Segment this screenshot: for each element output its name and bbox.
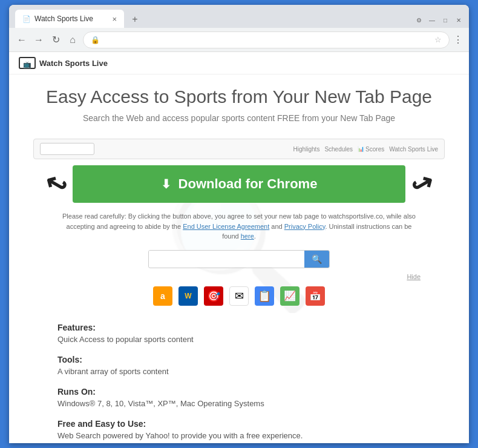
window-controls: ⚙ — □ ✕ [414, 16, 463, 28]
bookmark-blue[interactable]: 📋 [255, 286, 274, 306]
search-submit-button[interactable]: 🔍 [304, 251, 329, 268]
preview-search-input[interactable] [40, 143, 94, 155]
bookmark-target[interactable]: 🎯 [204, 286, 223, 306]
disclaimer-text: Please read carefully: By clicking the b… [9, 206, 469, 246]
hide-label: Hide [9, 272, 469, 282]
home-button[interactable]: ⌂ [66, 33, 79, 47]
disclaimer-period: . [254, 232, 256, 240]
maximize-button[interactable]: □ [441, 16, 450, 24]
feature-item-0: Features: Quick Access to popular sports… [57, 323, 421, 344]
feature-item-1: Tools: A vibrant array of sports content [57, 355, 421, 376]
feature-title-2: Runs On: [57, 387, 421, 397]
title-bar: 📄 Watch Sports Live × + ⚙ — □ ✕ [9, 5, 469, 28]
bookmark-calendar[interactable]: 📅 [306, 286, 325, 306]
new-tab-button[interactable]: + [126, 11, 143, 28]
hero-subtitle: Search the Web and access popular sports… [33, 113, 445, 123]
browser-tab[interactable]: 📄 Watch Sports Live × [15, 10, 124, 28]
site-header: 📺 Watch Sports Live [9, 52, 469, 74]
star-icon[interactable]: ☆ [434, 35, 442, 44]
right-arrow-icon: ↩ [405, 166, 439, 202]
feature-desc-1: A vibrant array of sports content [57, 367, 421, 376]
reload-button[interactable]: ↻ [49, 33, 62, 47]
tab-page-icon: 📄 [22, 15, 31, 23]
preview-nav-highlights: Highlights [293, 146, 319, 153]
preview-nav: Highlights Schedules 📊 Scores Watch Spor… [293, 146, 438, 153]
address-bar[interactable]: 🔒 ☆ [83, 31, 450, 48]
download-button[interactable]: ⬇ Download for Chrome [73, 165, 405, 203]
privacy-policy-link[interactable]: Privacy Policy [284, 223, 326, 230]
here-link[interactable]: here [241, 232, 254, 240]
search-box: 🔍 [148, 250, 330, 268]
disclaimer-and: and [269, 223, 284, 230]
hero-section: Easy Access to Sports from Your New Tab … [9, 74, 469, 139]
toolbar-icons: ⋮ [453, 34, 463, 45]
feature-desc-0: Quick Access to popular sports content [57, 335, 421, 344]
tab-title: Watch Sports Live [34, 15, 93, 23]
preview-nav-scores: 📊 Scores [358, 146, 384, 153]
toolbar: ← → ↻ ⌂ 🔒 ☆ ⋮ [9, 28, 469, 52]
bookmark-finance[interactable]: 📈 [280, 286, 300, 306]
feature-desc-3: Web Search powered by Yahoo! to provide … [57, 431, 421, 440]
eula-link[interactable]: End User License Agreement [183, 223, 269, 230]
settings-icon[interactable]: ⚙ [414, 16, 423, 24]
preview-bar: Highlights Schedules 📊 Scores Watch Spor… [33, 139, 445, 159]
hero-title: Easy Access to Sports from Your New Tab … [33, 87, 445, 107]
minimize-button[interactable]: — [428, 16, 436, 24]
feature-title-0: Features: [57, 323, 421, 332]
page-content: 🔍 📺 Watch Sports Live Easy Access to Spo… [9, 52, 469, 443]
feature-desc-2: Windows® 7, 8, 10, Vista™, XP™, Mac Oper… [57, 399, 421, 408]
feature-item-2: Runs On: Windows® 7, 8, 10, Vista™, XP™,… [57, 387, 421, 408]
site-logo-text: Watch Sports Live [39, 59, 108, 68]
menu-icon[interactable]: ⋮ [453, 34, 463, 45]
address-lock-icon: 🔒 [91, 36, 100, 44]
download-icon: ⬇ [161, 177, 171, 191]
hide-link[interactable]: Hide [407, 273, 421, 280]
close-button[interactable]: ✕ [454, 16, 463, 24]
preview-nav-watch: Watch Sports Live [389, 146, 438, 153]
browser-window: 📄 Watch Sports Live × + ⚙ — □ ✕ ← → ↻ ⌂ … [9, 5, 469, 443]
back-button[interactable]: ← [15, 33, 28, 47]
bookmark-amazon[interactable]: a [153, 286, 172, 306]
left-arrow-icon: ↩ [39, 166, 73, 202]
features-section: Features: Quick Access to popular sports… [9, 313, 469, 444]
preview-nav-schedules: Schedules [324, 146, 353, 153]
download-section: ↩ ⬇ Download for Chrome ↩ [45, 165, 433, 203]
download-button-label: Download for Chrome [178, 176, 318, 192]
bookmark-gmail[interactable]: ✉ [229, 286, 249, 306]
site-logo: 📺 Watch Sports Live [19, 57, 108, 69]
forward-button[interactable]: → [32, 33, 45, 47]
feature-title-1: Tools: [57, 355, 421, 364]
tab-close-button[interactable]: × [112, 15, 117, 23]
feature-title-3: Free and Easy to Use: [57, 419, 421, 429]
bookmarks-bar: a W 🎯 ✉ 📋 📈 📅 [9, 282, 469, 313]
bookmark-walmart[interactable]: W [178, 286, 198, 306]
search-input[interactable] [149, 251, 304, 267]
feature-item-3: Free and Easy to Use: Web Search powered… [57, 419, 421, 440]
search-section: 🔍 [9, 246, 469, 272]
tv-icon: 📺 [19, 57, 36, 69]
